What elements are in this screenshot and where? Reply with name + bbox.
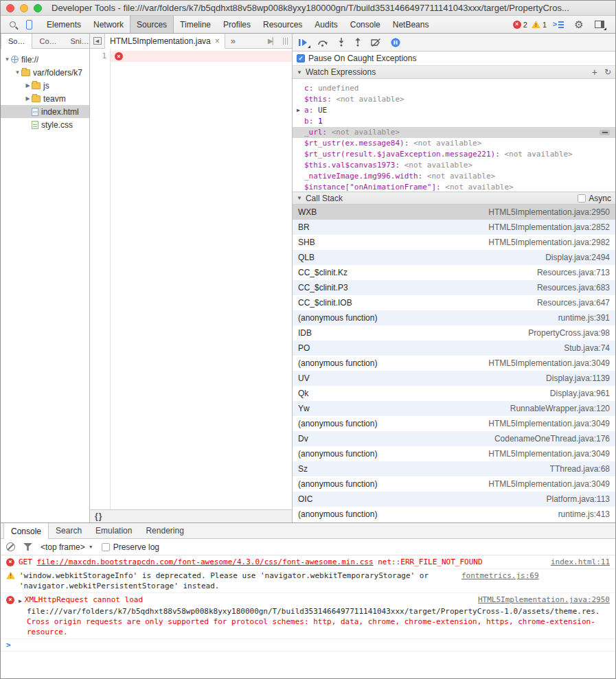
call-stack-frame[interactable]: IDB PropertyCross.java:98 <box>293 325 615 341</box>
call-stack-frame[interactable]: UV Display.java:1139 <box>293 371 615 386</box>
watch-expression-row[interactable]: c undefined <box>293 83 615 94</box>
step-out-button[interactable] <box>354 38 361 47</box>
delete-watch-button[interactable] <box>600 130 610 135</box>
expand-message-icon[interactable]: ▶ <box>19 596 22 606</box>
error-badge[interactable]: × 2 <box>513 21 527 29</box>
call-stack-header[interactable]: ▼ Call Stack Async <box>293 192 615 205</box>
call-stack-frame[interactable]: QLB Display.java:2494 <box>293 250 615 265</box>
frame-location[interactable]: HTML5Implementation.java:3049 <box>488 449 610 459</box>
frame-location[interactable]: Platform.java:113 <box>547 494 611 504</box>
watch-expression-row[interactable]: $rt_ustr(ex.message84) <not available> <box>293 138 615 149</box>
frame-location[interactable]: PropertyCross.java:98 <box>528 328 610 338</box>
error-line[interactable]: × <box>111 51 292 62</box>
panel-tab[interactable]: Elements <box>41 16 87 33</box>
panel-tab[interactable]: NetBeans <box>387 16 435 33</box>
watch-expression-row[interactable]: $rt_ustr(result.$javaException.message22… <box>293 149 615 160</box>
clear-console-button[interactable] <box>6 542 15 551</box>
resume-button[interactable] <box>298 38 308 47</box>
watch-expression-row[interactable]: $instance["onAnimationFrame"] <not avail… <box>293 182 615 192</box>
call-stack-frame[interactable]: BR HTML5Implementation.java:2852 <box>293 220 615 235</box>
add-watch-button[interactable]: + <box>592 67 597 77</box>
call-stack-frame[interactable]: (anonymous function) runtime.js:413 <box>293 507 615 522</box>
refresh-watch-button[interactable]: ↻ <box>604 68 611 76</box>
frame-location[interactable]: runtime.js:413 <box>558 509 610 519</box>
call-stack-frame[interactable]: CC_$clinit.P3 Resources.java:683 <box>293 280 615 295</box>
frame-location[interactable]: Stub.java:74 <box>564 343 610 353</box>
pause-on-caught-checkbox[interactable]: ✓ <box>297 54 305 62</box>
call-stack-frame[interactable]: Dv CodenameOneThread.java:176 <box>293 431 615 446</box>
step-over-button[interactable] <box>317 38 328 47</box>
watch-expression-row[interactable]: $this <not available> <box>293 94 615 105</box>
panel-tab[interactable]: Profiles <box>217 16 257 33</box>
panel-tab[interactable]: Timeline <box>174 16 217 33</box>
tree-item[interactable]: ▼ var/folders/k7 <box>1 66 89 79</box>
call-stack-frame[interactable]: WXB HTML5Implementation.java:2950 <box>293 205 615 220</box>
navigator-tab[interactable]: So… <box>1 34 32 49</box>
expand-arrow-icon[interactable]: ▶ <box>24 95 32 102</box>
call-stack-frame[interactable]: (anonymous function) HTML5Implementation… <box>293 356 615 371</box>
frame-location[interactable]: HTML5Implementation.java:2982 <box>488 238 610 247</box>
close-window-button[interactable] <box>6 4 14 12</box>
call-stack-frame[interactable]: PO Stub.java:74 <box>293 341 615 356</box>
dock-side-button[interactable] <box>592 18 607 32</box>
frame-location[interactable]: HTML5Implementation.java:3049 <box>488 358 610 368</box>
frame-location[interactable]: Display.java:2494 <box>545 253 610 262</box>
call-stack-frame[interactable]: OIC Platform.java:113 <box>293 492 615 507</box>
pretty-print-button[interactable]: {} <box>95 511 102 521</box>
line-number[interactable]: 1 <box>90 51 110 62</box>
call-stack-frame[interactable]: CC_$clinit.IOB Resources.java:647 <box>293 295 615 310</box>
expand-arrow-icon[interactable]: ▼ <box>14 69 21 76</box>
pause-on-exceptions-button[interactable] <box>391 38 400 47</box>
filter-icon[interactable] <box>23 543 32 551</box>
frame-location[interactable]: CodenameOneThread.java:176 <box>494 434 610 444</box>
call-stack-frame[interactable]: CC_$clinit.Kz Resources.java:713 <box>293 265 615 280</box>
drawer-tab[interactable]: Search <box>49 523 89 538</box>
panel-tab[interactable]: Console <box>344 16 387 33</box>
message-source-link[interactable]: fontmetrics.js:69 <box>461 571 539 581</box>
panel-tab[interactable]: Sources <box>130 16 174 33</box>
async-checkbox[interactable] <box>578 194 586 203</box>
warning-badge[interactable]: ! 1 <box>532 21 547 29</box>
deactivate-breakpoints-button[interactable] <box>371 38 381 47</box>
more-tabs-button[interactable]: » <box>225 34 241 48</box>
panel-tab[interactable]: Audits <box>308 16 343 33</box>
message-source-link[interactable]: HTML5Implementation.java:2950 <box>478 595 610 605</box>
message-source-link[interactable]: index.html:11 <box>551 557 610 567</box>
preserve-log-checkbox[interactable] <box>102 543 110 551</box>
expand-arrow-icon[interactable]: ▼ <box>3 56 11 62</box>
frame-location[interactable]: HTML5Implementation.java:3049 <box>488 419 610 428</box>
expand-arrow-icon[interactable]: ▶ <box>24 82 32 89</box>
call-stack-frame[interactable]: (anonymous function) runtime.js:391 <box>293 310 615 325</box>
frame-location[interactable]: Display.java:961 <box>550 389 610 398</box>
frame-location[interactable]: HTML5Implementation.java:2950 <box>488 207 610 217</box>
frame-location[interactable]: TThread.java:68 <box>550 464 610 474</box>
call-stack-frame[interactable]: Qk Display.java:961 <box>293 386 615 401</box>
console-prompt[interactable]: > <box>1 639 615 652</box>
toggle-navigator-button[interactable]: ◀ <box>90 34 105 48</box>
call-stack-frame[interactable]: (anonymous function) HTML5Implementation… <box>293 416 615 431</box>
tree-item[interactable]: ▼ file:// <box>1 53 89 66</box>
drawer-tab[interactable]: Console <box>3 523 49 539</box>
toggle-drawer-button[interactable]: > <box>551 18 566 32</box>
drawer-tab[interactable]: Emulation <box>89 523 139 538</box>
watch-expression-row[interactable]: b 1 <box>293 116 615 127</box>
watch-expression-row[interactable]: _nativeImage.img996.width <not available… <box>293 171 615 182</box>
device-mode-button[interactable] <box>21 18 36 32</box>
frame-location[interactable]: HTML5Implementation.java:2852 <box>488 222 610 232</box>
play-pause-icon[interactable]: ▶▏ <box>268 37 277 45</box>
call-stack-frame[interactable]: (anonymous function) HTML5Implementation… <box>293 476 615 492</box>
frame-location[interactable]: Resources.java:683 <box>537 283 610 292</box>
watch-expression-row[interactable]: ▶ a UE <box>293 105 615 116</box>
expand-arrow-icon[interactable]: ▶ <box>297 105 304 116</box>
frame-location[interactable]: Resources.java:647 <box>537 298 610 308</box>
inspect-element-button[interactable] <box>5 18 20 32</box>
watch-expressions-header[interactable]: ▼ Watch Expressions + ↻ <box>293 66 615 79</box>
panel-tab[interactable]: Network <box>87 16 130 33</box>
minimize-window-button[interactable] <box>20 4 28 12</box>
tree-item[interactable]: ▶ js <box>1 79 89 92</box>
step-into-button[interactable] <box>338 38 345 47</box>
vertical-bars-icon[interactable] <box>283 38 288 45</box>
call-stack-frame[interactable]: (anonymous function) HTML5Implementation… <box>293 446 615 461</box>
drawer-tab[interactable]: Rendering <box>139 523 190 538</box>
request-url-link[interactable]: file://maxcdn.bootstrapcdn.com/font-awes… <box>37 557 374 566</box>
